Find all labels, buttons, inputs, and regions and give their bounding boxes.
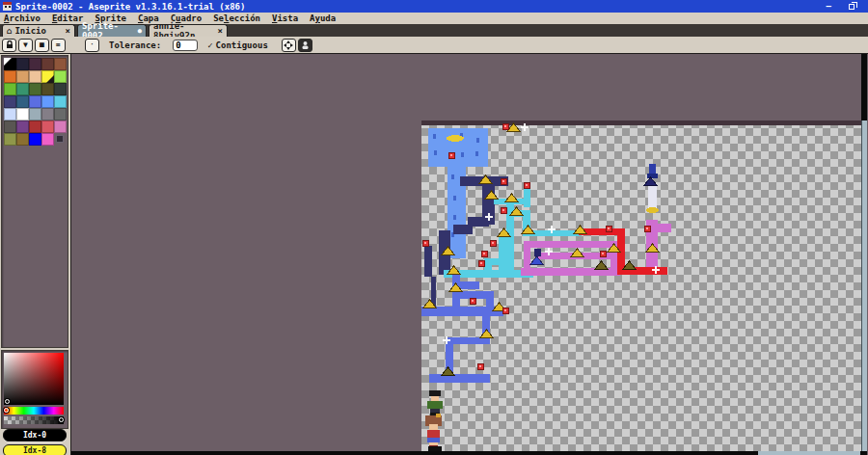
- palette-swatch-13[interactable]: [41, 83, 54, 95]
- palette-swatch-33[interactable]: [41, 133, 54, 146]
- title-bar: Sprite-0002 - Aseprite v1.3.16.1-trial (…: [0, 0, 868, 13]
- maximize-button[interactable]: [849, 4, 854, 10]
- palette-swatch-16[interactable]: [16, 95, 29, 108]
- saturation-value-picker[interactable]: [4, 353, 64, 405]
- alpha-marker[interactable]: [59, 417, 64, 422]
- palette-swatch-18[interactable]: [41, 95, 54, 108]
- person-icon: [301, 40, 310, 49]
- palette-swatch-8[interactable]: [41, 70, 54, 83]
- palette-swatch-25[interactable]: [4, 120, 16, 133]
- hue-slider[interactable]: [4, 407, 64, 415]
- palette-swatch-21[interactable]: [16, 108, 29, 120]
- hue-marker[interactable]: [4, 408, 9, 413]
- close-icon[interactable]: ×: [218, 27, 223, 36]
- brush-dot-icon: ·: [90, 40, 95, 49]
- palette-swatch-27[interactable]: [29, 120, 41, 133]
- square-icon: ■: [40, 40, 44, 49]
- preview-button[interactable]: [298, 39, 312, 52]
- palette-swatch-10[interactable]: [4, 83, 16, 95]
- palette-box: [1, 55, 68, 348]
- tab-sprite-0002[interactable]: Sprite-0002 ●: [77, 24, 147, 37]
- window-title: Sprite-0002 - Aseprite v1.3.16.1-trial (…: [15, 2, 245, 12]
- editor-area: [71, 54, 868, 455]
- tab-label: Inicio: [14, 26, 46, 36]
- palette-swatch-9[interactable]: [54, 70, 67, 83]
- palette-swatch-31[interactable]: [16, 133, 29, 146]
- palette-selection-marker: [56, 135, 64, 143]
- palette-swatch-12[interactable]: [29, 83, 41, 95]
- palette-swatch-24[interactable]: [54, 108, 67, 120]
- palette-swatch-2[interactable]: [29, 58, 41, 70]
- palette-swatch-17[interactable]: [29, 95, 41, 108]
- menu-item-archivo[interactable]: Archivo: [4, 13, 41, 23]
- close-icon[interactable]: ×: [66, 27, 70, 36]
- palette-swatch-3[interactable]: [41, 58, 54, 70]
- sprite-art: [421, 120, 861, 451]
- arrow-down-icon: ▼: [23, 40, 28, 49]
- menu-item-seleccin[interactable]: Selección: [213, 13, 260, 23]
- horizontal-scrollbar-track[interactable]: [71, 451, 867, 455]
- sprite-canvas[interactable]: [421, 120, 861, 451]
- palette-swatch-11[interactable]: [16, 83, 29, 95]
- aseprite-window: Sprite-0002 - Aseprite v1.3.16.1-trial (…: [0, 0, 868, 455]
- palette-swatch-32[interactable]: [29, 133, 41, 146]
- fill-square-button[interactable]: ■: [35, 39, 49, 52]
- menu-item-vista[interactable]: Vista: [272, 13, 298, 23]
- context-bar: ▼ ■ ≡ · Tolerance: ✓ Contiguous: [0, 37, 868, 54]
- menu-lines-icon: ≡: [56, 40, 61, 49]
- palette-grid: [4, 58, 67, 146]
- palette-swatch-26[interactable]: [16, 120, 29, 133]
- palette-swatch-23[interactable]: [41, 108, 54, 120]
- tab-bar: ⌂ Inicio × Sprite-0002 ● annie-8hqiv92n …: [0, 24, 868, 37]
- palette-swatch-6[interactable]: [16, 70, 29, 83]
- drop-button[interactable]: ▼: [18, 39, 33, 52]
- palette-swatch-0[interactable]: [4, 58, 16, 70]
- background-color-button[interactable]: Idx-8: [3, 444, 67, 455]
- contiguous-checkbox[interactable]: ✓ Contiguous: [207, 40, 268, 50]
- palette-swatch-29[interactable]: [54, 120, 67, 133]
- palette-swatch-28[interactable]: [41, 120, 54, 133]
- lock-icon: [6, 40, 14, 49]
- modified-dot-icon: ●: [138, 27, 142, 35]
- foreground-color-button[interactable]: Idx-0: [3, 429, 67, 442]
- menu-item-ayuda[interactable]: Ayuda: [310, 13, 336, 23]
- palette-swatch-4[interactable]: [54, 58, 67, 70]
- options-button[interactable]: ≡: [51, 39, 66, 52]
- palette-swatch-1[interactable]: [16, 58, 29, 70]
- palette-swatch-5[interactable]: [4, 70, 16, 83]
- aseprite-logo-icon: [3, 2, 12, 11]
- tab-inicio[interactable]: ⌂ Inicio ×: [2, 24, 75, 37]
- palette-swatch-15[interactable]: [4, 95, 16, 108]
- tab-annie-8hqiv92n[interactable]: annie-8hqiv92n ×: [149, 24, 228, 37]
- palette-swatch-20[interactable]: [4, 108, 16, 120]
- satval-marker[interactable]: [5, 399, 10, 404]
- palette-swatch-30[interactable]: [4, 133, 16, 146]
- vertical-scrollbar-thumb[interactable]: [861, 120, 867, 451]
- brush-preview-button[interactable]: ·: [85, 39, 99, 52]
- palette-panel: Idx-0 Idx-8: [0, 54, 71, 455]
- tolerance-input[interactable]: [173, 40, 198, 51]
- minimize-button[interactable]: –: [827, 2, 831, 11]
- palette-swatch-14[interactable]: [54, 83, 67, 95]
- lock-button[interactable]: [2, 39, 16, 52]
- color-picker-box: [1, 350, 68, 429]
- symmetry-arrows-icon: [284, 40, 293, 50]
- palette-swatch-7[interactable]: [29, 70, 41, 83]
- palette-swatch-22[interactable]: [29, 108, 41, 120]
- tolerance-label: Tolerance:: [109, 40, 161, 50]
- palette-swatch-19[interactable]: [54, 95, 67, 108]
- contiguous-label: Contiguous: [216, 40, 268, 50]
- horizontal-scrollbar-thumb[interactable]: [758, 451, 860, 455]
- symmetry-button[interactable]: [282, 39, 296, 52]
- check-icon: ✓: [207, 40, 212, 50]
- menu-item-editar[interactable]: Editar: [52, 13, 84, 23]
- alpha-slider[interactable]: [4, 416, 64, 424]
- home-icon: ⌂: [7, 26, 12, 36]
